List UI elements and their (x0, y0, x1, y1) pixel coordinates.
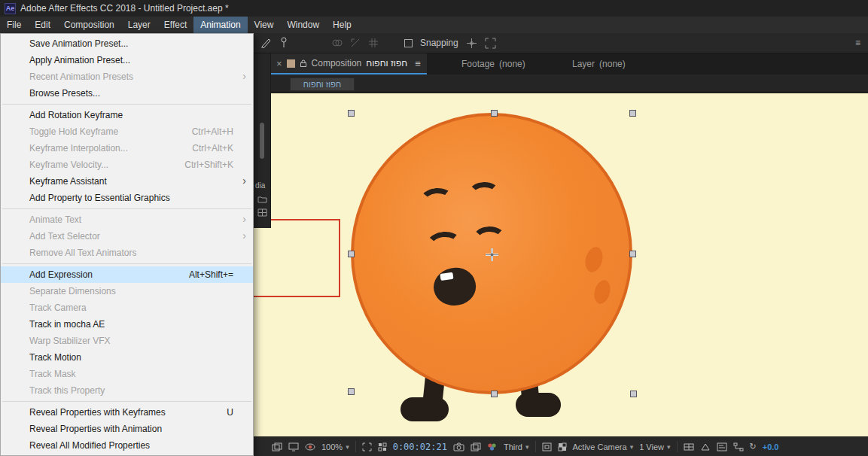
menu-item-label: Reveal All Modified Properties (29, 440, 150, 451)
folder-icon[interactable] (257, 195, 267, 203)
menu-item-label: Add Text Selector (29, 231, 100, 242)
menu-separator (2, 208, 251, 209)
camera-view-dropdown[interactable]: Active Camera ▾ (573, 442, 634, 451)
pixel-aspect-icon[interactable] (684, 442, 694, 451)
region-of-interest-icon[interactable] (542, 442, 552, 451)
menubar-effect[interactable]: Effect (157, 17, 193, 33)
show-snapshot-icon[interactable] (471, 442, 481, 451)
scrollbar[interactable] (260, 123, 264, 159)
menu-item-apply-animation-preset[interactable]: Apply Animation Preset... (1, 52, 253, 68)
menu-item-save-animation-preset[interactable]: Save Animation Preset... (1, 35, 253, 52)
animation-menu: Save Animation Preset... Apply Animation… (0, 33, 254, 456)
menubar-window[interactable]: Window (280, 17, 326, 33)
current-time-display[interactable]: 0:00:02:21 (393, 442, 447, 452)
menu-item-add-rotation-keyframe[interactable]: Add Rotation Keyframe (1, 107, 253, 123)
selection-handle-top-center[interactable] (491, 110, 498, 117)
menubar-edit[interactable]: Edit (28, 17, 57, 33)
resolution-dropdown[interactable]: Third ▾ (504, 442, 529, 451)
selection-handle-bottom-left[interactable] (348, 388, 355, 395)
menu-item-label: Add Expression (29, 269, 93, 280)
menubar-layer[interactable]: Layer (121, 17, 157, 33)
submenu-arrow-icon: › (242, 70, 246, 82)
menu-item-warp-stabilizer-vfx: Warp Stabilizer VFX (1, 333, 253, 349)
snapping-checkbox[interactable] (404, 39, 413, 47)
puppet-pin-tool-icon[interactable] (279, 37, 288, 49)
exposure-value[interactable]: +0.0 (763, 442, 779, 451)
menu-item-browse-presets[interactable]: Browse Presets... (1, 85, 253, 102)
menubar-view[interactable]: View (248, 17, 281, 33)
toggle-mask-paths-icon[interactable] (362, 442, 372, 451)
reset-exposure-icon[interactable]: ↻ (750, 442, 757, 451)
menubar-animation[interactable]: Animation (193, 17, 247, 33)
character-left-foot (400, 397, 449, 421)
menu-item-label: Track Mask (29, 369, 76, 379)
tab-footage[interactable]: Footage (none) (455, 53, 531, 74)
menu-item-reveal-all-modified-properties[interactable]: Reveal All Modified Properties (1, 437, 253, 454)
timeline-icon[interactable] (717, 442, 727, 451)
menu-item-label: Reveal Properties with Keyframes (29, 407, 166, 418)
selection-handle-mid-right[interactable] (629, 251, 636, 257)
menubar-help[interactable]: Help (326, 17, 358, 33)
menubar-file[interactable]: File (0, 17, 28, 33)
menubar-composition[interactable]: Composition (57, 17, 121, 33)
text-layer-outline[interactable] (254, 219, 340, 297)
menu-item-add-text-selector: Add Text Selector › (1, 228, 253, 245)
lock-icon[interactable] (300, 59, 307, 68)
selection-handle-bottom-center[interactable] (491, 391, 498, 397)
menu-item-reveal-properties-with-keyframes[interactable]: Reveal Properties with Keyframes U (1, 404, 253, 421)
selection-handle-mid-left[interactable] (348, 251, 355, 257)
channel-settings-icon[interactable] (487, 442, 498, 451)
submenu-arrow-icon: › (242, 213, 246, 225)
menu-item-keyframe-assistant[interactable]: Keyframe Assistant › (1, 173, 253, 190)
tab-layer-value: (none) (599, 59, 626, 69)
preview-eye-icon[interactable] (305, 442, 315, 451)
menu-bar: File Edit Composition Layer Effect Anima… (0, 17, 868, 33)
menu-item-track-in-mocha-ae[interactable]: Track in mocha AE (1, 316, 253, 333)
composition-region-icon[interactable] (378, 442, 387, 451)
character-orange-ball[interactable] (351, 113, 632, 436)
window-title: Adobe After Effects CC 2018 - Untitled P… (20, 3, 229, 14)
menu-item-add-property-to-essential-graphics[interactable]: Add Property to Essential Graphics (1, 190, 253, 206)
transparency-grid-icon[interactable] (558, 442, 567, 451)
panel-thumb-icon (287, 59, 295, 68)
panel-menu-icon[interactable]: ≡ (855, 38, 860, 48)
chevron-down-icon: ▾ (525, 443, 529, 451)
selection-handle-top-right[interactable] (629, 110, 636, 117)
magnification-dropdown[interactable]: 100% ▾ (321, 442, 349, 451)
snap-options-icon[interactable] (466, 38, 477, 49)
puppet-starch-icon (350, 38, 361, 48)
grid-guides-icon[interactable] (272, 442, 282, 451)
close-icon[interactable]: × (276, 58, 282, 69)
view-layout-dropdown[interactable]: 1 View ▾ (639, 442, 670, 451)
menu-item-track-this-property: Track this Property (1, 382, 253, 399)
navigator-comp-tab[interactable]: חפוז וחפוח (290, 78, 355, 91)
tab-composition[interactable]: × Composition חפוז וחפוח ≡ (270, 53, 427, 74)
anchor-point-icon[interactable] (486, 248, 498, 261)
menu-item-reveal-properties-with-animation[interactable]: Reveal Properties with Animation (1, 421, 253, 437)
menu-item-label: Add Rotation Keyframe (29, 110, 123, 120)
pen-tool-icon[interactable] (260, 37, 272, 49)
fast-previews-icon[interactable] (700, 442, 711, 451)
menu-item-track-mask: Track Mask (1, 366, 253, 382)
menu-item-label: Browse Presets... (29, 88, 100, 99)
selection-handle-bottom-right[interactable] (630, 391, 637, 397)
camera-view-value: Active Camera (573, 442, 627, 451)
menu-item-label: Apply Animation Preset... (29, 55, 130, 65)
menu-item-shortcut: Ctrl+Shift+K (184, 160, 233, 170)
view-layout-value: 1 View (639, 442, 664, 451)
composition-viewer[interactable] (254, 93, 868, 436)
menu-item-track-motion[interactable]: Track Motion (1, 349, 253, 366)
grid-panel-icon[interactable] (257, 208, 267, 217)
menu-item-label: Track Motion (29, 352, 81, 363)
monitor-icon[interactable] (288, 442, 299, 451)
flowchart-icon[interactable] (733, 442, 744, 451)
tab-layer[interactable]: Layer (none) (566, 53, 632, 74)
tab-menu-icon[interactable]: ≡ (415, 58, 421, 69)
expand-options-icon[interactable] (485, 38, 496, 49)
snapshot-camera-icon[interactable] (453, 442, 464, 451)
selection-handle-top-left[interactable] (348, 110, 355, 117)
menu-item-label: Keyframe Velocity... (29, 160, 108, 170)
menu-item-add-expression[interactable]: Add Expression Alt+Shift+= (1, 266, 253, 283)
menu-item-label: Track this Property (29, 385, 105, 396)
tools-toolbar: Snapping ≡ (254, 33, 868, 53)
